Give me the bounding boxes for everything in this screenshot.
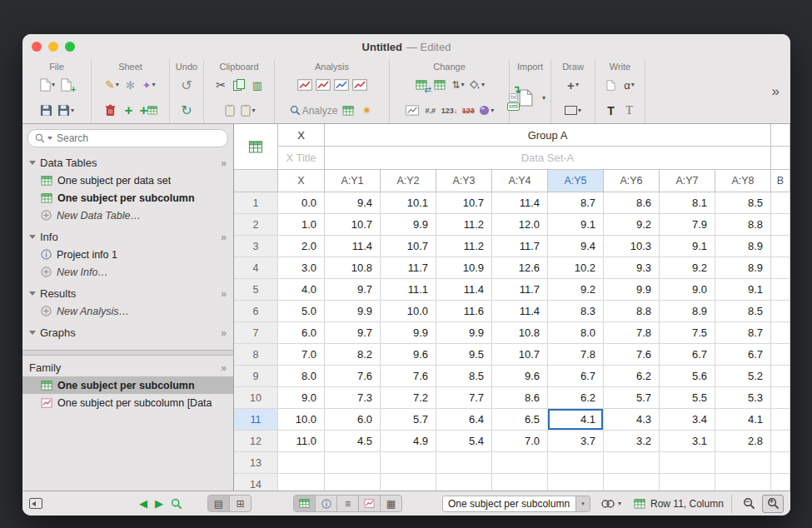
row-number[interactable]: 7 xyxy=(234,322,278,344)
paste-button[interactable] xyxy=(222,101,237,121)
column-header[interactable]: A:Y1 xyxy=(325,170,381,192)
table-cell[interactable] xyxy=(436,474,492,491)
sidebar-splitter[interactable] xyxy=(22,350,233,356)
table-cell[interactable]: 8.6 xyxy=(604,192,660,214)
table-cell[interactable] xyxy=(492,452,548,474)
sort-button[interactable]: ⇅▾ xyxy=(451,75,466,95)
table-cell[interactable]: 11.7 xyxy=(492,236,548,257)
row-number[interactable]: 4 xyxy=(234,257,278,279)
table-cell[interactable]: 8.0 xyxy=(278,366,325,387)
table-cell[interactable]: 9.3 xyxy=(604,257,660,279)
table-cell[interactable]: 7.7 xyxy=(436,387,492,409)
row-number[interactable]: 14 xyxy=(234,474,278,491)
ttest-analysis-button[interactable] xyxy=(297,75,312,95)
text-tool-button[interactable]: T xyxy=(604,101,619,121)
table-cell[interactable]: 11.7 xyxy=(492,279,548,301)
table-cell[interactable]: 8.5 xyxy=(715,192,771,214)
table-cell[interactable]: 10.3 xyxy=(604,236,660,257)
table-cell[interactable]: 10.7 xyxy=(325,214,381,236)
section-chevrons-icon[interactable]: » xyxy=(221,362,227,374)
column-header[interactable]: A:Y3 xyxy=(436,170,492,192)
table-cell[interactable]: 4.5 xyxy=(325,431,381,452)
table-cell[interactable]: 11.4 xyxy=(492,301,548,322)
family-item-one-subject-per-subcolumn[interactable]: One subject per subcolumn xyxy=(22,376,233,394)
table-cell[interactable]: 9.2 xyxy=(548,279,604,301)
table-cell[interactable]: 6.4 xyxy=(436,409,492,431)
table-cell[interactable]: 9.2 xyxy=(660,257,715,279)
results-filter-button[interactable]: ≡ xyxy=(337,496,359,511)
table-cell[interactable]: 10.8 xyxy=(492,322,548,344)
column-header[interactable]: X xyxy=(278,170,325,192)
save-button[interactable] xyxy=(39,101,54,121)
table-cell[interactable] xyxy=(771,474,790,491)
table-cell[interactable]: 6.0 xyxy=(325,409,381,431)
table-cell[interactable]: 10.7 xyxy=(492,344,548,366)
table-cell[interactable]: 6.7 xyxy=(660,344,715,366)
transpose-table-button[interactable]: ⇄ xyxy=(414,75,429,95)
table-cell[interactable] xyxy=(771,344,790,366)
table-cell[interactable]: 4.0 xyxy=(278,279,325,301)
forward-button[interactable]: ▶ xyxy=(155,497,163,510)
redo-button[interactable]: ↻ xyxy=(179,101,194,121)
table-cell[interactable]: 9.1 xyxy=(715,279,771,301)
undo-button[interactable]: ↺ xyxy=(179,75,194,95)
cut-button[interactable]: ✂ xyxy=(213,75,228,95)
table-cell[interactable]: 6.7 xyxy=(548,366,604,387)
sidebar-item-one-subject-per-subcolumn[interactable]: One subject per subcolumn xyxy=(22,189,233,207)
table-cell[interactable]: 8.8 xyxy=(715,214,771,236)
sidebar-item-new-analysis[interactable]: New Analysis… xyxy=(22,302,233,320)
column-header[interactable]: A:Y5 xyxy=(548,170,604,192)
table-cell[interactable]: 7.9 xyxy=(660,214,715,236)
family-item-one-subject-per-subcolumn-graph[interactable]: One subject per subcolumn [Data xyxy=(22,394,233,411)
table-cell[interactable] xyxy=(604,452,660,474)
section-chevrons-icon[interactable]: » xyxy=(221,327,227,339)
color-scheme-button[interactable]: ▾ xyxy=(479,101,494,121)
dropdown-button[interactable]: ▾ xyxy=(575,496,590,511)
table-cell[interactable] xyxy=(771,236,790,257)
gallery-view-button[interactable]: ⊞ xyxy=(230,496,251,511)
text-style-button[interactable]: T xyxy=(622,101,637,121)
table-cell[interactable]: 11.0 xyxy=(278,431,325,452)
table-cell[interactable] xyxy=(492,474,548,491)
table-cell[interactable]: 1.0 xyxy=(278,214,325,236)
table-cell[interactable]: 12.0 xyxy=(492,214,548,236)
freeze-sheet-button[interactable]: ✻ xyxy=(123,75,138,95)
table-cell[interactable]: 10.2 xyxy=(548,257,604,279)
table-cell[interactable]: 11.1 xyxy=(381,279,436,301)
table-cell[interactable]: 9.7 xyxy=(325,322,381,344)
sidebar-section-family[interactable]: Family » xyxy=(22,359,233,376)
table-cell[interactable]: 9.4 xyxy=(548,236,604,257)
new-sheet-button[interactable]: + xyxy=(122,101,137,121)
find-sheet-button[interactable] xyxy=(171,498,182,510)
table-cell[interactable]: 8.5 xyxy=(715,301,771,322)
table-cell[interactable]: 7.5 xyxy=(660,322,715,344)
import-data-button[interactable]: ↴ txt xml xyxy=(515,87,538,109)
table-cell[interactable]: 10.7 xyxy=(381,236,436,257)
table-cell[interactable]: 9.7 xyxy=(325,279,381,301)
graphs-filter-button[interactable] xyxy=(359,496,381,511)
column-header[interactable]: A:Y6 xyxy=(604,170,660,192)
table-cell[interactable]: 10.0 xyxy=(381,301,436,322)
table-cell[interactable] xyxy=(715,452,771,474)
sidebar-item-project-info-1[interactable]: Project info 1 xyxy=(22,246,233,263)
table-cell[interactable]: 9.1 xyxy=(660,236,715,257)
table-cell[interactable]: 7.2 xyxy=(381,387,436,409)
table-cell[interactable]: 8.3 xyxy=(548,301,604,322)
table-cell[interactable] xyxy=(325,452,381,474)
copy-button[interactable] xyxy=(232,75,247,95)
table-cell[interactable]: 9.9 xyxy=(436,322,492,344)
table-cell[interactable]: 2.8 xyxy=(715,431,771,452)
table-cell[interactable]: 9.0 xyxy=(660,279,715,301)
table-cell[interactable]: 8.6 xyxy=(492,387,548,409)
table-cell[interactable]: 5.0 xyxy=(278,301,325,322)
table-cell[interactable]: 2.0 xyxy=(278,236,325,257)
row-number[interactable]: 11 xyxy=(234,409,278,431)
regression-analysis-button[interactable] xyxy=(334,75,349,95)
save-as-button[interactable]: ▾ xyxy=(57,101,74,121)
table-cell[interactable]: 9.4 xyxy=(325,192,381,214)
table-cell[interactable]: 7.3 xyxy=(325,387,381,409)
paste-special-button[interactable]: ▾ xyxy=(241,101,256,121)
table-cell[interactable]: 3.4 xyxy=(660,409,715,431)
fill-color-button[interactable]: ▾ xyxy=(469,75,485,95)
row-number[interactable]: 1 xyxy=(234,192,278,214)
